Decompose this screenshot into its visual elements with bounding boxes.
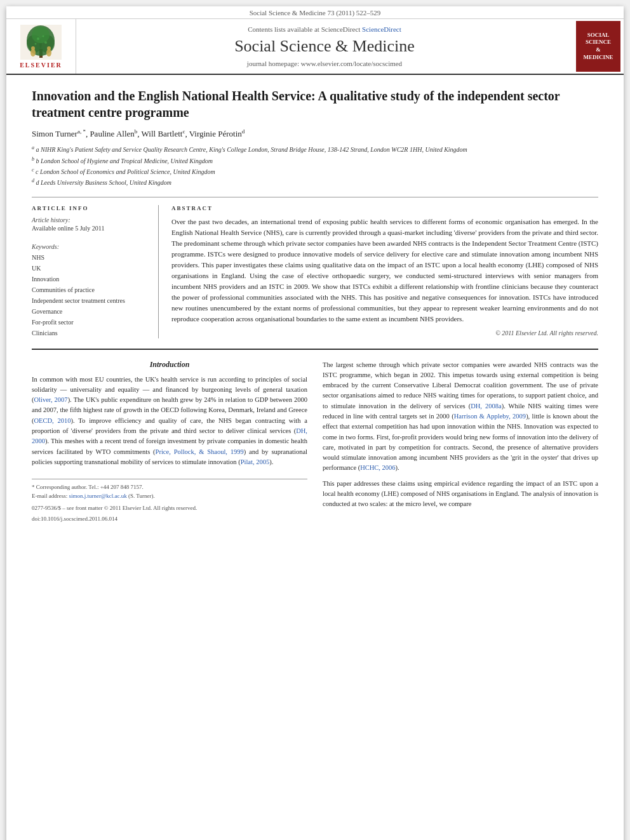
kw-communities: Communities of practice [32,284,149,295]
elsevier-logo: ELSEVIER [20,25,62,69]
corresponding-author-note: * Corresponding author. Tel.: +44 207 84… [32,483,307,492]
journal-badge: SOCIAL SCIENCE & MEDICINE [576,21,620,72]
sciencedirect-link[interactable]: ScienceDirect [362,25,401,33]
copyright-line: © 2011 Elsevier Ltd. All rights reserved… [171,330,598,337]
author-virginie-perotin: Virginie Pérotin [189,129,242,138]
svg-point-7 [42,35,44,37]
keywords-label: Keywords: [32,243,149,250]
author-simon-turner: Simon Turner [32,129,77,138]
oecd-ref[interactable]: OECD, 2010 [34,417,71,424]
affiliations: a a NIHR King's Patient Safety and Servi… [32,144,598,187]
badge-line4: MEDICINE [583,54,613,62]
email-link[interactable]: simon.j.turner@kcl.ac.uk [69,493,126,499]
body-right-column: The largest scheme through which private… [323,360,598,522]
body-section: Introduction In common with most EU coun… [32,360,598,522]
article-content: Innovation and the English National Heal… [6,75,624,535]
article-title: Innovation and the English National Heal… [32,88,598,121]
keywords-list: NHS UK Innovation Communities of practic… [32,252,149,338]
abstract-label: ABSTRACT [171,205,598,211]
journal-citation-text: Social Science & Medicine 73 (2011) 522–… [250,9,381,17]
article-info-abstract-section: ARTICLE INFO Article history: Available … [32,197,598,338]
authors-line: Simon Turnera, *, Pauline Allenb, Will B… [32,128,598,139]
doi-note: doi:10.1016/j.socscimed.2011.06.014 [32,516,307,522]
article-info-column: ARTICLE INFO Article history: Available … [32,205,159,338]
copyright-note: 0277-9536/$ – see front matter © 2011 El… [32,504,307,513]
svg-point-9 [44,41,47,44]
badge-line3: & [596,46,601,54]
kw-istc: Independent sector treatment centres [32,295,149,306]
kw-innovation: Innovation [32,274,149,284]
right-paragraph-2: This paper addresses these claims using … [323,479,598,510]
page: Social Science & Medicine 73 (2011) 522–… [6,6,624,840]
svg-point-12 [31,46,35,50]
elsevier-brand-text: ELSEVIER [20,62,62,69]
email-note: E-mail address: simon.j.turner@kcl.ac.uk… [32,492,307,501]
journal-citation-strip: Social Science & Medicine 73 (2011) 522–… [6,6,624,19]
elsevier-logo-area: ELSEVIER [6,19,76,74]
contents-available-text: Contents lists available at ScienceDirec… [248,25,401,33]
affil-a: a a NIHR King's Patient Safety and Servi… [32,144,598,154]
pilat-ref[interactable]: Pilat, 2005 [241,458,270,465]
harrison-ref[interactable]: Harrison & Appleby, 2009 [454,413,526,420]
dh2000-ref[interactable]: DH, 2000 [32,427,307,444]
intro-paragraph-1: In common with most EU countries, the UK… [32,375,307,467]
svg-point-13 [47,46,51,50]
kw-clinicians: Clinicians [32,328,149,338]
badge-line2: SCIENCE [586,39,611,46]
affil-b: b b London School of Hygiene and Tropica… [32,156,598,166]
hchc-ref[interactable]: HCHC, 2006 [360,464,395,471]
journal-title-area: Contents lists available at ScienceDirec… [76,19,573,74]
author-sup-d: d [242,128,245,135]
journal-homepage-url: journal homepage: www.elsevier.com/locat… [247,60,402,67]
affil-d: d d Leeds University Business School, Un… [32,177,598,187]
author-pauline-allen: Pauline Allen [90,129,134,138]
kw-uk: UK [32,263,149,274]
abstract-column: ABSTRACT Over the past two decades, an i… [171,205,598,338]
dh2008a-ref[interactable]: DH, 2008a [471,403,501,410]
oliver-ref[interactable]: Oliver, 2007 [34,396,68,403]
elsevier-tree-icon [20,25,62,60]
footnote-area: * Corresponding author. Tel.: +44 207 84… [32,479,307,522]
price-ref[interactable]: Price, Pollock, & Shaoul, 1999 [156,448,244,455]
abstract-text: Over the past two decades, an internatio… [171,217,598,324]
kw-nhs: NHS [32,252,149,263]
history-label: Article history: [32,217,149,223]
svg-point-5 [32,27,50,43]
author-will-bartlett: Will Bartlett [142,129,183,138]
affil-c: c c London School of Economics and Polit… [32,166,598,177]
badge-line1: SOCIAL [587,32,610,39]
section-divider [32,349,598,350]
body-left-column: Introduction In common with most EU coun… [32,360,307,522]
journal-title: Social Science & Medicine [234,37,415,56]
kw-forprofit: For-profit sector [32,317,149,328]
author-sup-a: a, * [77,128,86,135]
journal-badge-area: SOCIAL SCIENCE & MEDICINE [573,19,624,74]
svg-point-8 [34,43,36,44]
article-info-label: ARTICLE INFO [32,205,149,211]
kw-governance: Governance [32,306,149,317]
history-value: Available online 5 July 2011 [32,225,149,232]
journal-header: ELSEVIER Contents lists available at Sci… [6,19,624,75]
introduction-heading: Introduction [32,360,307,370]
svg-point-6 [37,37,39,40]
right-paragraph-1: The largest scheme through which private… [323,360,598,474]
